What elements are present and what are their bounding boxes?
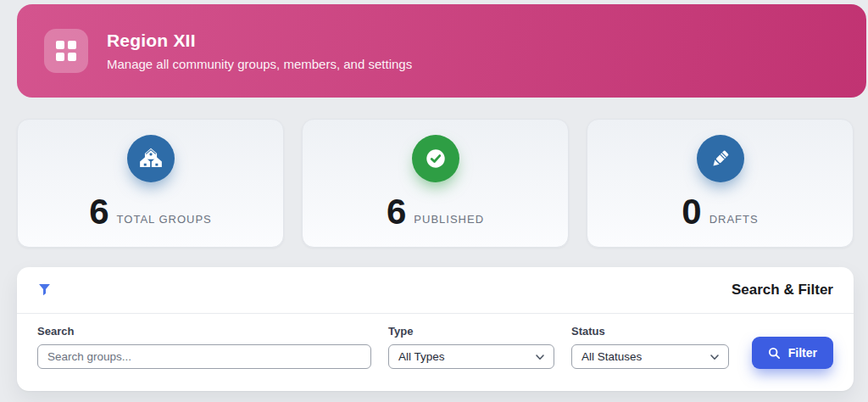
panel-header: Search & Filter (17, 267, 854, 314)
banner-text: Region XII Manage all community groups, … (107, 31, 412, 71)
stats-row: 6 TOTAL GROUPS 6 PUBLISHED (17, 119, 854, 248)
type-select-value: All Types (398, 350, 445, 363)
search-icon (768, 347, 781, 360)
filter-button[interactable]: Filter (752, 337, 833, 369)
pencil-icon (697, 135, 744, 182)
search-input[interactable] (37, 344, 371, 369)
page-subtitle: Manage all community groups, members, an… (107, 57, 412, 71)
type-field-group: Type All Types (388, 325, 554, 369)
stat-line: 6 PUBLISHED (387, 198, 484, 226)
filter-form: Search Type All Types Status All Statuse… (17, 314, 854, 369)
panel-title: Search & Filter (732, 282, 833, 299)
stat-label: PUBLISHED (414, 213, 484, 226)
search-filter-panel: Search & Filter Search Type All Types St… (17, 267, 854, 391)
stat-label: DRAFTS (709, 213, 759, 226)
search-label: Search (37, 325, 371, 338)
chevron-down-icon (709, 352, 720, 362)
page-header-banner: Region XII Manage all community groups, … (17, 4, 866, 98)
stat-card-total-groups: 6 TOTAL GROUPS (17, 119, 284, 248)
status-field-group: Status All Statuses (571, 325, 729, 369)
stat-line: 6 TOTAL GROUPS (89, 198, 212, 226)
stat-value: 6 (89, 198, 108, 226)
filter-button-label: Filter (788, 346, 817, 360)
status-select[interactable]: All Statuses (571, 344, 729, 369)
grid-icon (56, 41, 76, 61)
status-label: Status (571, 325, 729, 338)
check-circle-icon (412, 135, 459, 182)
stat-value: 0 (682, 198, 701, 226)
holiday-village-icon (127, 135, 175, 182)
stat-label: TOTAL GROUPS (117, 213, 212, 226)
funnel-icon (37, 282, 52, 298)
type-select[interactable]: All Types (388, 344, 554, 369)
stat-line: 0 DRAFTS (682, 198, 758, 226)
page-title: Region XII (107, 31, 412, 51)
status-select-value: All Statuses (581, 350, 642, 363)
chevron-down-icon (535, 352, 545, 362)
stat-card-drafts: 0 DRAFTS (587, 119, 854, 248)
banner-chip (44, 29, 88, 73)
search-field-group: Search (37, 325, 371, 369)
stat-value: 6 (387, 198, 406, 226)
stat-card-published: 6 PUBLISHED (302, 119, 569, 248)
type-label: Type (388, 325, 554, 338)
